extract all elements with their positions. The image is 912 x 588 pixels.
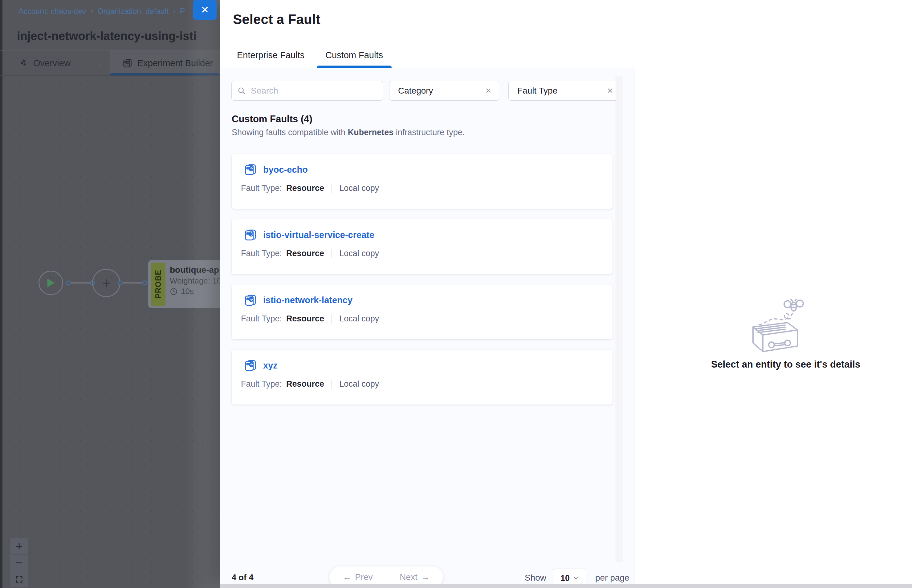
scrollbar[interactable] (616, 76, 623, 562)
meta-divider (332, 314, 332, 323)
tab-overview[interactable]: Overview (19, 57, 71, 69)
zoom-out-button[interactable]: − (10, 555, 28, 571)
fault-icon (244, 163, 257, 176)
active-tab-underline (317, 66, 392, 68)
breadcrumb-account-link[interactable]: Account: chaos-dev (18, 7, 86, 16)
zoom-in-button[interactable]: + (10, 538, 28, 555)
fault-list-panel: Category ✕ Fault Type ✕ Custom Faults (4… (220, 68, 634, 588)
empty-state-text: Select an entity to see it's details (634, 359, 912, 370)
fault-card[interactable]: istio-network-latency Fault Type: Resour… (232, 284, 612, 339)
select-fault-modal: Select a Fault Enterprise Faults Custom … (220, 0, 912, 588)
connector-line (123, 282, 143, 284)
local-copy-label: Local copy (339, 249, 379, 258)
fault-name-link[interactable]: istio-virtual-service-create (263, 230, 374, 240)
next-button-label: Next (400, 572, 418, 582)
connector-port[interactable] (143, 281, 147, 285)
empty-state-illustration (744, 297, 828, 357)
fault-card[interactable]: byoc-echo Fault Type: Resource Local cop… (232, 154, 612, 209)
chevron-right-icon: › (91, 6, 93, 16)
per-page-label: per page (595, 573, 630, 583)
search-icon (237, 87, 246, 95)
fault-type-value: Resource (286, 314, 324, 323)
meta-divider (332, 184, 332, 193)
list-subtitle: Showing faults compatible with Kubernete… (232, 128, 465, 137)
modal-header: Select a Fault Enterprise Faults Custom … (220, 0, 912, 68)
fault-type-filter[interactable]: Fault Type ✕ (509, 81, 621, 101)
page-size-value: 10 (560, 573, 570, 583)
category-filter-label: Category (398, 86, 433, 96)
start-node[interactable] (39, 271, 63, 295)
category-filter[interactable]: Category ✕ (389, 81, 499, 101)
fault-type-label: Fault Type: (241, 184, 282, 193)
zoom-in-icon: + (16, 540, 23, 553)
fault-type-value: Resource (286, 379, 324, 389)
add-step-button[interactable]: + (92, 269, 120, 297)
subtitle-prefix: Showing faults compatible with (232, 128, 348, 137)
plus-icon: + (102, 274, 111, 292)
list-bottom-border (220, 562, 634, 562)
clear-fault-type-filter-icon[interactable]: ✕ (607, 87, 613, 95)
modal-close-button[interactable]: ✕ (193, 0, 217, 20)
clear-category-filter-icon[interactable]: ✕ (485, 87, 491, 95)
search-input[interactable] (250, 86, 377, 96)
pagination-count: 4 of 4 (232, 573, 254, 582)
show-label: Show (525, 573, 546, 583)
prev-button-label: Prev (355, 572, 373, 582)
fault-icon (244, 359, 257, 372)
meta-divider (332, 380, 332, 389)
app-window: Account: chaos-dev › Organization: defau… (0, 0, 912, 588)
meta-divider (332, 249, 332, 258)
fault-type-filter-label: Fault Type (517, 86, 557, 96)
zoom-out-icon: − (16, 556, 23, 570)
tab-enterprise-faults-label: Enterprise Faults (237, 50, 305, 60)
connector-port[interactable] (118, 281, 123, 285)
tab-custom-faults[interactable]: Custom Faults (326, 48, 383, 61)
canvas-zoom-controls: + − (10, 538, 28, 587)
chevron-down-icon (573, 575, 579, 581)
tab-enterprise-faults[interactable]: Enterprise Faults (237, 48, 305, 61)
subtitle-suffix: infrastructure type. (394, 128, 465, 137)
list-heading: Custom Faults (4) (232, 114, 313, 125)
fault-icon (244, 228, 257, 241)
fault-meta: Fault Type: Resource Local copy (241, 379, 379, 389)
chaos-module-icon (19, 58, 28, 68)
clock-icon (170, 288, 178, 296)
nav-edge-strip (0, 0, 2, 588)
connector-port[interactable] (66, 281, 71, 285)
close-icon: ✕ (201, 4, 209, 16)
local-copy-label: Local copy (339, 379, 379, 389)
fault-details-panel: Select an entity to see it's details (634, 68, 912, 588)
fault-card[interactable]: xyz Fault Type: Resource Local copy (232, 350, 612, 404)
chevron-right-icon: › (173, 6, 176, 16)
tab-overview-label: Overview (33, 58, 71, 68)
fullscreen-icon (15, 575, 23, 584)
fault-type-label: Fault Type: (241, 249, 282, 258)
fault-name-link[interactable]: xyz (263, 360, 278, 371)
modal-title: Select a Fault (233, 12, 321, 27)
play-icon (46, 278, 55, 288)
fault-card[interactable]: istio-virtual-service-create Fault Type:… (232, 219, 612, 274)
probe-badge: PROBE (151, 263, 165, 306)
fault-meta: Fault Type: Resource Local copy (241, 249, 379, 258)
arrow-left-icon: ← (343, 572, 351, 582)
local-copy-label: Local copy (339, 314, 379, 323)
arrow-right-icon: → (421, 572, 430, 582)
search-box (232, 81, 383, 101)
breadcrumb-project-link[interactable]: P (180, 7, 185, 16)
local-copy-label: Local copy (339, 184, 379, 193)
fault-name-link[interactable]: istio-network-latency (263, 295, 353, 305)
fault-meta: Fault Type: Resource Local copy (241, 184, 379, 193)
breadcrumb: Account: chaos-dev › Organization: defau… (18, 6, 185, 16)
fault-type-label: Fault Type: (241, 314, 282, 323)
chevron-right-icon: › (99, 59, 102, 69)
fault-meta: Fault Type: Resource Local copy (241, 314, 379, 323)
fault-name-link[interactable]: byoc-echo (263, 165, 308, 175)
connector-line (71, 282, 90, 284)
subtitle-infra-type: Kubernetes (348, 128, 394, 137)
fault-type-label: Fault Type: (241, 379, 282, 389)
fit-to-screen-button[interactable] (10, 571, 28, 587)
breadcrumb-organization-link[interactable]: Organization: default (97, 7, 168, 16)
fault-icon (123, 58, 133, 68)
horizontal-scrollbar[interactable] (220, 584, 912, 588)
fault-type-value: Resource (286, 184, 324, 193)
